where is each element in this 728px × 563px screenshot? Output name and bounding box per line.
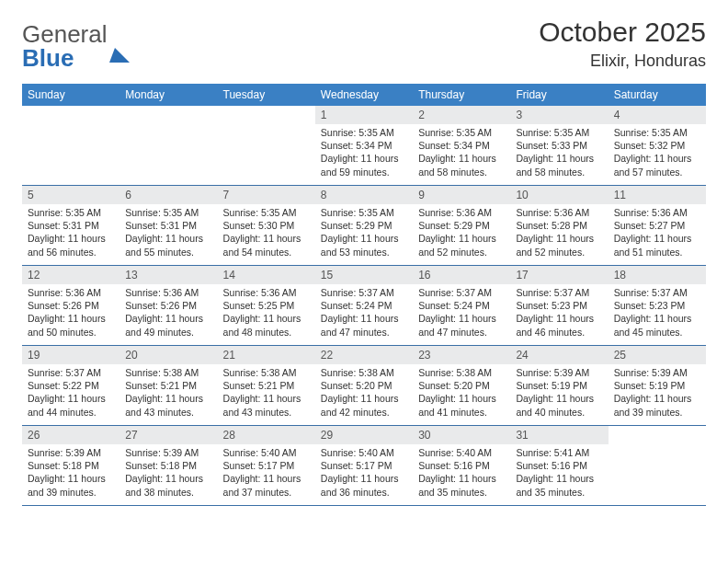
day-number: 15 bbox=[315, 266, 413, 284]
day-details: Sunrise: 5:40 AMSunset: 5:17 PMDaylight:… bbox=[315, 444, 413, 500]
page-title: October 2025 bbox=[539, 17, 706, 48]
day-number: 29 bbox=[315, 426, 413, 444]
calendar-cell: 19Sunrise: 5:37 AMSunset: 5:22 PMDayligh… bbox=[22, 346, 119, 426]
day-number: 31 bbox=[510, 426, 608, 444]
day-number: 9 bbox=[413, 186, 510, 204]
day-details: Sunrise: 5:41 AMSunset: 5:16 PMDaylight:… bbox=[510, 444, 608, 500]
day-number: 12 bbox=[22, 266, 119, 284]
location-subtitle: Elixir, Honduras bbox=[539, 52, 706, 71]
calendar-cell: 8Sunrise: 5:35 AMSunset: 5:29 PMDaylight… bbox=[315, 186, 413, 266]
day-number: 10 bbox=[510, 186, 608, 204]
calendar-cell: 30Sunrise: 5:40 AMSunset: 5:16 PMDayligh… bbox=[413, 426, 510, 506]
day-details: Sunrise: 5:38 AMSunset: 5:20 PMDaylight:… bbox=[315, 364, 413, 420]
brand-logo: GeneralBlue bbox=[22, 22, 130, 70]
day-number: 17 bbox=[510, 266, 608, 284]
day-details: Sunrise: 5:37 AMSunset: 5:23 PMDaylight:… bbox=[510, 284, 608, 340]
calendar-cell: 27Sunrise: 5:39 AMSunset: 5:18 PMDayligh… bbox=[119, 426, 217, 506]
day-details: Sunrise: 5:37 AMSunset: 5:24 PMDaylight:… bbox=[315, 284, 413, 340]
day-details: Sunrise: 5:39 AMSunset: 5:19 PMDaylight:… bbox=[609, 364, 706, 420]
calendar-cell-empty: .. bbox=[22, 106, 119, 186]
calendar-cell-empty: .. bbox=[609, 426, 706, 506]
day-details: Sunrise: 5:38 AMSunset: 5:21 PMDaylight:… bbox=[119, 364, 217, 420]
calendar-cell: 11Sunrise: 5:36 AMSunset: 5:27 PMDayligh… bbox=[609, 186, 706, 266]
day-number: 23 bbox=[413, 346, 510, 364]
day-details: Sunrise: 5:35 AMSunset: 5:34 PMDaylight:… bbox=[413, 124, 510, 180]
calendar-cell: 22Sunrise: 5:38 AMSunset: 5:20 PMDayligh… bbox=[315, 346, 413, 426]
calendar-cell: 10Sunrise: 5:36 AMSunset: 5:28 PMDayligh… bbox=[510, 186, 608, 266]
calendar-cell: 1Sunrise: 5:35 AMSunset: 5:34 PMDaylight… bbox=[315, 106, 413, 186]
calendar-cell: 20Sunrise: 5:38 AMSunset: 5:21 PMDayligh… bbox=[119, 346, 217, 426]
day-number: 26 bbox=[22, 426, 119, 444]
calendar-cell: 3Sunrise: 5:35 AMSunset: 5:33 PMDaylight… bbox=[510, 106, 608, 186]
day-number: 3 bbox=[510, 106, 608, 124]
day-number: 11 bbox=[609, 186, 706, 204]
day-number: 16 bbox=[413, 266, 510, 284]
day-number: 19 bbox=[22, 346, 119, 364]
day-details: Sunrise: 5:36 AMSunset: 5:25 PMDaylight:… bbox=[218, 284, 315, 340]
day-details: Sunrise: 5:36 AMSunset: 5:28 PMDaylight:… bbox=[510, 204, 608, 260]
weekday-header: Tuesday bbox=[218, 84, 315, 106]
day-number: 30 bbox=[413, 426, 510, 444]
calendar-cell: 12Sunrise: 5:36 AMSunset: 5:26 PMDayligh… bbox=[22, 266, 119, 346]
day-number: 13 bbox=[119, 266, 217, 284]
day-details: Sunrise: 5:35 AMSunset: 5:31 PMDaylight:… bbox=[119, 204, 217, 260]
weekday-header: Wednesday bbox=[315, 84, 413, 106]
day-details: Sunrise: 5:35 AMSunset: 5:31 PMDaylight:… bbox=[22, 204, 119, 260]
calendar-cell: 7Sunrise: 5:35 AMSunset: 5:30 PMDaylight… bbox=[218, 186, 315, 266]
calendar-cell: 18Sunrise: 5:37 AMSunset: 5:23 PMDayligh… bbox=[609, 266, 706, 346]
day-details: Sunrise: 5:37 AMSunset: 5:22 PMDaylight:… bbox=[22, 364, 119, 420]
weekday-header: Friday bbox=[510, 84, 608, 106]
calendar-cell: 29Sunrise: 5:40 AMSunset: 5:17 PMDayligh… bbox=[315, 426, 413, 506]
day-details: Sunrise: 5:35 AMSunset: 5:32 PMDaylight:… bbox=[609, 124, 706, 180]
weekday-header: Saturday bbox=[609, 84, 706, 106]
day-number: 18 bbox=[609, 266, 706, 284]
day-number: 4 bbox=[609, 106, 706, 124]
calendar-cell: 9Sunrise: 5:36 AMSunset: 5:29 PMDaylight… bbox=[413, 186, 510, 266]
day-details: Sunrise: 5:39 AMSunset: 5:18 PMDaylight:… bbox=[119, 444, 217, 500]
calendar-cell: 6Sunrise: 5:35 AMSunset: 5:31 PMDaylight… bbox=[119, 186, 217, 266]
day-details: Sunrise: 5:38 AMSunset: 5:21 PMDaylight:… bbox=[218, 364, 315, 420]
calendar-cell: 24Sunrise: 5:39 AMSunset: 5:19 PMDayligh… bbox=[510, 346, 608, 426]
day-details: Sunrise: 5:39 AMSunset: 5:18 PMDaylight:… bbox=[22, 444, 119, 500]
day-details: Sunrise: 5:36 AMSunset: 5:27 PMDaylight:… bbox=[609, 204, 706, 260]
day-number: 2 bbox=[413, 106, 510, 124]
day-details: Sunrise: 5:36 AMSunset: 5:29 PMDaylight:… bbox=[413, 204, 510, 260]
calendar-cell: 21Sunrise: 5:38 AMSunset: 5:21 PMDayligh… bbox=[218, 346, 315, 426]
day-details: Sunrise: 5:36 AMSunset: 5:26 PMDaylight:… bbox=[119, 284, 217, 340]
day-details: Sunrise: 5:35 AMSunset: 5:30 PMDaylight:… bbox=[218, 204, 315, 260]
day-details: Sunrise: 5:36 AMSunset: 5:26 PMDaylight:… bbox=[22, 284, 119, 340]
calendar-cell: 13Sunrise: 5:36 AMSunset: 5:26 PMDayligh… bbox=[119, 266, 217, 346]
day-details: Sunrise: 5:38 AMSunset: 5:20 PMDaylight:… bbox=[413, 364, 510, 420]
day-number: 20 bbox=[119, 346, 217, 364]
calendar-cell: 16Sunrise: 5:37 AMSunset: 5:24 PMDayligh… bbox=[413, 266, 510, 346]
day-details: Sunrise: 5:37 AMSunset: 5:24 PMDaylight:… bbox=[413, 284, 510, 340]
calendar-cell: 2Sunrise: 5:35 AMSunset: 5:34 PMDaylight… bbox=[413, 106, 510, 186]
calendar-cell-empty: .. bbox=[119, 106, 217, 186]
calendar-cell: 5Sunrise: 5:35 AMSunset: 5:31 PMDaylight… bbox=[22, 186, 119, 266]
day-details: Sunrise: 5:35 AMSunset: 5:33 PMDaylight:… bbox=[510, 124, 608, 180]
day-number: 7 bbox=[218, 186, 315, 204]
day-number: 6 bbox=[119, 186, 217, 204]
calendar-cell: 26Sunrise: 5:39 AMSunset: 5:18 PMDayligh… bbox=[22, 426, 119, 506]
calendar-cell: 15Sunrise: 5:37 AMSunset: 5:24 PMDayligh… bbox=[315, 266, 413, 346]
day-number: 8 bbox=[315, 186, 413, 204]
day-number: 21 bbox=[218, 346, 315, 364]
calendar-cell-empty: .. bbox=[218, 106, 315, 186]
day-details: Sunrise: 5:39 AMSunset: 5:19 PMDaylight:… bbox=[510, 364, 608, 420]
calendar-cell: 17Sunrise: 5:37 AMSunset: 5:23 PMDayligh… bbox=[510, 266, 608, 346]
day-number: 22 bbox=[315, 346, 413, 364]
day-number: 5 bbox=[22, 186, 119, 204]
calendar-cell: 25Sunrise: 5:39 AMSunset: 5:19 PMDayligh… bbox=[609, 346, 706, 426]
day-number: 1 bbox=[315, 106, 413, 124]
weekday-header: Sunday bbox=[22, 84, 119, 106]
calendar-cell: 14Sunrise: 5:36 AMSunset: 5:25 PMDayligh… bbox=[218, 266, 315, 346]
day-number: 24 bbox=[510, 346, 608, 364]
calendar-cell: 23Sunrise: 5:38 AMSunset: 5:20 PMDayligh… bbox=[413, 346, 510, 426]
calendar-grid: SundayMondayTuesdayWednesdayThursdayFrid… bbox=[22, 84, 706, 506]
day-details: Sunrise: 5:40 AMSunset: 5:17 PMDaylight:… bbox=[218, 444, 315, 500]
calendar-cell: 31Sunrise: 5:41 AMSunset: 5:16 PMDayligh… bbox=[510, 426, 608, 506]
weekday-header: Monday bbox=[119, 84, 217, 106]
day-number: 25 bbox=[609, 346, 706, 364]
calendar-cell: 4Sunrise: 5:35 AMSunset: 5:32 PMDaylight… bbox=[609, 106, 706, 186]
triangle-icon bbox=[109, 20, 130, 63]
